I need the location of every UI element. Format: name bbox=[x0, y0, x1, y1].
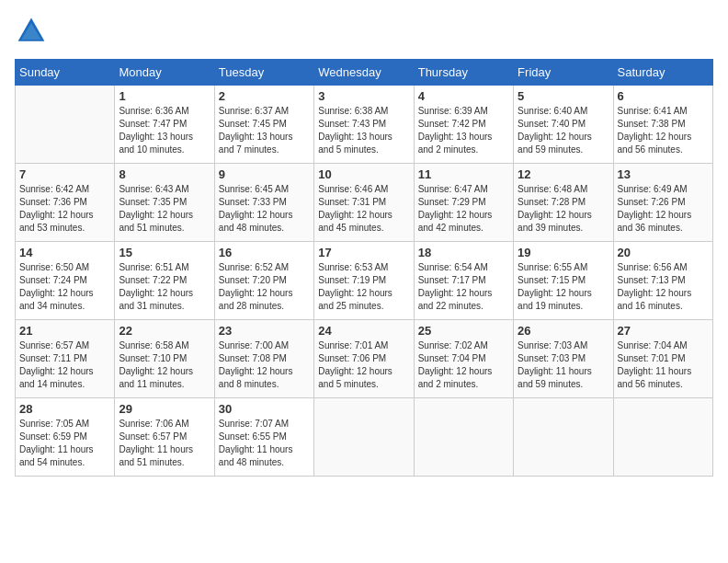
calendar-cell: 3Sunrise: 6:38 AMSunset: 7:43 PMDaylight… bbox=[314, 86, 414, 164]
day-info: Sunrise: 7:04 AMSunset: 7:01 PMDaylight:… bbox=[618, 339, 709, 391]
calendar-cell: 8Sunrise: 6:43 AMSunset: 7:35 PMDaylight… bbox=[115, 164, 214, 242]
day-number: 7 bbox=[19, 167, 110, 181]
day-info: Sunrise: 6:46 AMSunset: 7:31 PMDaylight:… bbox=[318, 183, 409, 235]
calendar-cell: 15Sunrise: 6:51 AMSunset: 7:22 PMDayligh… bbox=[115, 242, 214, 320]
header-day-friday: Friday bbox=[514, 60, 613, 86]
day-info: Sunrise: 7:03 AMSunset: 7:03 PMDaylight:… bbox=[518, 339, 609, 391]
day-info: Sunrise: 6:53 AMSunset: 7:19 PMDaylight:… bbox=[318, 261, 409, 313]
day-info: Sunrise: 7:07 AMSunset: 6:55 PMDaylight:… bbox=[219, 418, 310, 469]
day-info: Sunrise: 6:39 AMSunset: 7:42 PMDaylight:… bbox=[418, 105, 509, 156]
day-number: 20 bbox=[618, 246, 709, 259]
day-info: Sunrise: 7:01 AMSunset: 7:06 PMDaylight:… bbox=[318, 339, 409, 391]
day-number: 26 bbox=[518, 324, 609, 338]
day-info: Sunrise: 7:05 AMSunset: 6:59 PMDaylight:… bbox=[19, 418, 110, 469]
day-info: Sunrise: 6:47 AMSunset: 7:29 PMDaylight:… bbox=[418, 183, 509, 235]
calendar-cell: 23Sunrise: 7:00 AMSunset: 7:08 PMDayligh… bbox=[214, 320, 313, 398]
calendar-cell: 7Sunrise: 6:42 AMSunset: 7:36 PMDaylight… bbox=[16, 164, 115, 242]
calendar-cell: 12Sunrise: 6:48 AMSunset: 7:28 PMDayligh… bbox=[514, 164, 613, 242]
day-info: Sunrise: 6:36 AMSunset: 7:47 PMDaylight:… bbox=[119, 105, 210, 156]
calendar-cell: 16Sunrise: 6:52 AMSunset: 7:20 PMDayligh… bbox=[214, 242, 313, 320]
day-info: Sunrise: 6:51 AMSunset: 7:22 PMDaylight:… bbox=[119, 261, 210, 313]
day-number: 4 bbox=[418, 89, 509, 103]
header-day-wednesday: Wednesday bbox=[314, 60, 414, 86]
day-number: 17 bbox=[318, 246, 409, 259]
day-info: Sunrise: 6:38 AMSunset: 7:43 PMDaylight:… bbox=[318, 105, 409, 156]
day-number: 19 bbox=[518, 246, 609, 259]
day-info: Sunrise: 6:37 AMSunset: 7:45 PMDaylight:… bbox=[219, 105, 310, 156]
calendar-week-3: 21Sunrise: 6:57 AMSunset: 7:11 PMDayligh… bbox=[16, 320, 713, 398]
calendar-cell: 1Sunrise: 6:36 AMSunset: 7:47 PMDaylight… bbox=[115, 86, 214, 164]
day-number: 6 bbox=[618, 89, 709, 103]
calendar-table: SundayMondayTuesdayWednesdayThursdayFrid… bbox=[15, 59, 713, 477]
calendar-cell: 22Sunrise: 6:58 AMSunset: 7:10 PMDayligh… bbox=[115, 320, 214, 398]
day-info: Sunrise: 6:40 AMSunset: 7:40 PMDaylight:… bbox=[518, 105, 609, 156]
calendar-week-2: 14Sunrise: 6:50 AMSunset: 7:24 PMDayligh… bbox=[16, 242, 713, 320]
calendar-cell bbox=[314, 398, 414, 477]
logo-icon bbox=[15, 15, 48, 48]
day-info: Sunrise: 7:06 AMSunset: 6:57 PMDaylight:… bbox=[119, 418, 210, 469]
day-info: Sunrise: 6:50 AMSunset: 7:24 PMDaylight:… bbox=[19, 261, 110, 313]
page-header bbox=[15, 15, 713, 48]
calendar-cell: 25Sunrise: 7:02 AMSunset: 7:04 PMDayligh… bbox=[414, 320, 513, 398]
day-number: 8 bbox=[119, 167, 210, 181]
calendar-cell: 4Sunrise: 6:39 AMSunset: 7:42 PMDaylight… bbox=[414, 86, 513, 164]
calendar-cell bbox=[16, 86, 115, 164]
day-number: 21 bbox=[19, 324, 110, 338]
day-number: 2 bbox=[219, 89, 310, 103]
day-number: 5 bbox=[518, 89, 609, 103]
day-info: Sunrise: 7:02 AMSunset: 7:04 PMDaylight:… bbox=[418, 339, 509, 391]
day-number: 11 bbox=[418, 167, 509, 181]
header-day-monday: Monday bbox=[115, 60, 214, 86]
day-number: 27 bbox=[618, 324, 709, 338]
day-number: 1 bbox=[119, 89, 210, 103]
header-day-saturday: Saturday bbox=[613, 60, 712, 86]
logo bbox=[15, 15, 51, 48]
day-number: 18 bbox=[418, 246, 509, 259]
calendar-cell: 29Sunrise: 7:06 AMSunset: 6:57 PMDayligh… bbox=[115, 398, 214, 477]
calendar-cell bbox=[613, 398, 712, 477]
day-info: Sunrise: 6:48 AMSunset: 7:28 PMDaylight:… bbox=[518, 183, 609, 235]
calendar-cell: 28Sunrise: 7:05 AMSunset: 6:59 PMDayligh… bbox=[16, 398, 115, 477]
day-number: 29 bbox=[119, 402, 210, 416]
calendar-cell: 21Sunrise: 6:57 AMSunset: 7:11 PMDayligh… bbox=[16, 320, 115, 398]
calendar-week-0: 1Sunrise: 6:36 AMSunset: 7:47 PMDaylight… bbox=[16, 86, 713, 164]
calendar-cell: 10Sunrise: 6:46 AMSunset: 7:31 PMDayligh… bbox=[314, 164, 414, 242]
calendar-cell: 27Sunrise: 7:04 AMSunset: 7:01 PMDayligh… bbox=[613, 320, 712, 398]
calendar-week-1: 7Sunrise: 6:42 AMSunset: 7:36 PMDaylight… bbox=[16, 164, 713, 242]
day-info: Sunrise: 6:43 AMSunset: 7:35 PMDaylight:… bbox=[119, 183, 210, 235]
calendar-cell: 2Sunrise: 6:37 AMSunset: 7:45 PMDaylight… bbox=[214, 86, 313, 164]
day-number: 23 bbox=[219, 324, 310, 338]
calendar-cell: 6Sunrise: 6:41 AMSunset: 7:38 PMDaylight… bbox=[613, 86, 712, 164]
calendar-header-row: SundayMondayTuesdayWednesdayThursdayFrid… bbox=[16, 60, 713, 86]
day-number: 25 bbox=[418, 324, 509, 338]
calendar-cell bbox=[514, 398, 613, 477]
calendar-cell: 30Sunrise: 7:07 AMSunset: 6:55 PMDayligh… bbox=[214, 398, 313, 477]
day-info: Sunrise: 6:49 AMSunset: 7:26 PMDaylight:… bbox=[618, 183, 709, 235]
day-info: Sunrise: 6:45 AMSunset: 7:33 PMDaylight:… bbox=[219, 183, 310, 235]
day-info: Sunrise: 6:55 AMSunset: 7:15 PMDaylight:… bbox=[518, 261, 609, 313]
calendar-cell: 19Sunrise: 6:55 AMSunset: 7:15 PMDayligh… bbox=[514, 242, 613, 320]
day-number: 10 bbox=[318, 167, 409, 181]
day-number: 13 bbox=[618, 167, 709, 181]
day-info: Sunrise: 6:42 AMSunset: 7:36 PMDaylight:… bbox=[19, 183, 110, 235]
day-info: Sunrise: 6:58 AMSunset: 7:10 PMDaylight:… bbox=[119, 339, 210, 391]
day-info: Sunrise: 6:57 AMSunset: 7:11 PMDaylight:… bbox=[19, 339, 110, 391]
day-number: 14 bbox=[19, 246, 110, 259]
calendar-cell: 13Sunrise: 6:49 AMSunset: 7:26 PMDayligh… bbox=[613, 164, 712, 242]
header-day-sunday: Sunday bbox=[16, 60, 115, 86]
day-number: 28 bbox=[19, 402, 110, 416]
day-number: 22 bbox=[119, 324, 210, 338]
calendar-week-4: 28Sunrise: 7:05 AMSunset: 6:59 PMDayligh… bbox=[16, 398, 713, 477]
day-info: Sunrise: 6:52 AMSunset: 7:20 PMDaylight:… bbox=[219, 261, 310, 313]
day-number: 3 bbox=[318, 89, 409, 103]
calendar-cell bbox=[414, 398, 513, 477]
calendar-cell: 11Sunrise: 6:47 AMSunset: 7:29 PMDayligh… bbox=[414, 164, 513, 242]
header-day-thursday: Thursday bbox=[414, 60, 513, 86]
calendar-cell: 24Sunrise: 7:01 AMSunset: 7:06 PMDayligh… bbox=[314, 320, 414, 398]
calendar-cell: 14Sunrise: 6:50 AMSunset: 7:24 PMDayligh… bbox=[16, 242, 115, 320]
day-number: 16 bbox=[219, 246, 310, 259]
day-info: Sunrise: 6:41 AMSunset: 7:38 PMDaylight:… bbox=[618, 105, 709, 156]
day-number: 12 bbox=[518, 167, 609, 181]
day-number: 9 bbox=[219, 167, 310, 181]
day-info: Sunrise: 7:00 AMSunset: 7:08 PMDaylight:… bbox=[219, 339, 310, 391]
